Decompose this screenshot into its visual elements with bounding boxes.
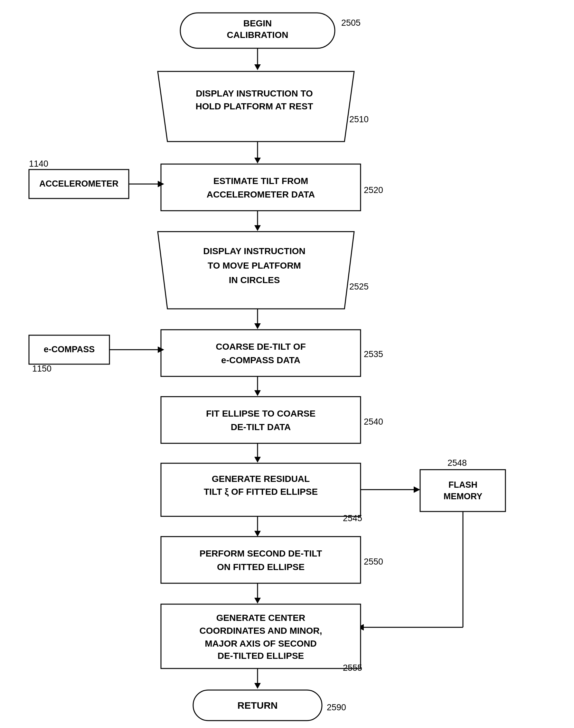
svg-text:1150: 1150 [32, 364, 51, 373]
flowchart-diagram: BEGIN CALIBRATION 2505 DISPLAY INSTRUCTI… [0, 0, 574, 728]
svg-text:2540: 2540 [364, 417, 383, 426]
svg-marker-67 [254, 598, 261, 603]
ecompass-node: e-COMPASS [29, 335, 110, 364]
accelerometer-node: ACCELEROMETER [29, 170, 129, 198]
node-2535: COARSE DE-TILT OF e-COMPASS DATA [161, 330, 361, 376]
node-2510: DISPLAY INSTRUCTION TO HOLD PLATFORM AT … [158, 72, 354, 142]
node-2555: GENERATE CENTER COORDINATES AND MINOR, M… [161, 604, 361, 669]
svg-text:2520: 2520 [364, 185, 383, 195]
svg-text:2535: 2535 [364, 349, 383, 359]
begin-calibration-node: BEGIN CALIBRATION [180, 13, 335, 48]
node-2525: DISPLAY INSTRUCTION TO MOVE PLATFORM IN … [158, 232, 354, 309]
svg-marker-22 [254, 225, 261, 231]
svg-marker-29 [254, 323, 261, 329]
node-2520: ESTIMATE TILT FROM ACCELEROMETER DATA [161, 164, 361, 211]
svg-marker-5 [254, 64, 261, 70]
svg-marker-75 [254, 683, 261, 689]
svg-text:2505: 2505 [341, 18, 361, 28]
svg-text:2548: 2548 [448, 458, 467, 468]
svg-marker-11 [254, 157, 261, 164]
node-2540: FIT ELLIPSE TO COARSE DE-TILT DATA [161, 397, 361, 443]
svg-text:2590: 2590 [327, 702, 346, 712]
svg-marker-52 [414, 487, 420, 493]
svg-marker-61 [254, 531, 261, 537]
svg-text:2550: 2550 [364, 557, 383, 566]
node-flash-memory: FLASH MEMORY [420, 470, 505, 511]
svg-text:1140: 1140 [29, 159, 48, 169]
return-node: RETURN [193, 690, 322, 721]
svg-marker-40 [254, 390, 261, 396]
node-2545: GENERATE RESIDUAL TILT ξ OF FITTED ELLIP… [161, 463, 361, 516]
node-2550: PERFORM SECOND DE-TILT ON FITTED ELLIPSE [161, 537, 361, 583]
svg-marker-46 [254, 457, 261, 463]
